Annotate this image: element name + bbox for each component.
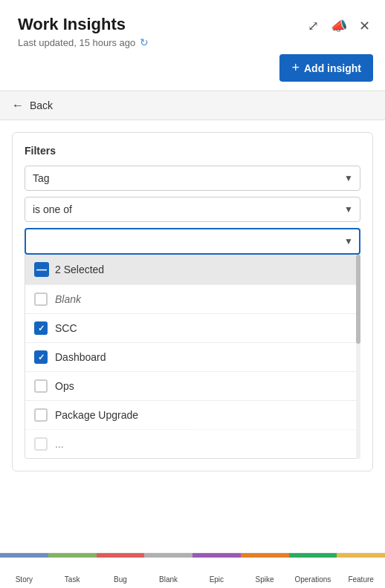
- task-color-bar: [48, 553, 97, 558]
- checkbox-scc: [34, 321, 48, 335]
- checkbox-dashboard: [34, 350, 48, 364]
- add-insight-row: + Add insight: [0, 54, 385, 91]
- tag-bar-item-epic[interactable]: Epic: [192, 553, 241, 588]
- tag-label-task: Task: [65, 575, 80, 584]
- header-actions: ⤢ 📣 ✕: [305, 15, 373, 37]
- item-label-blank: Blank: [55, 293, 81, 305]
- dropdown-list-area: — 2 Selected Blank SCC Dashboard: [25, 255, 360, 459]
- plus-icon: +: [291, 60, 300, 76]
- tag-label-blank: Blank: [159, 575, 178, 584]
- deselect-icon: —: [34, 262, 49, 277]
- tag-label-bug: Bug: [114, 575, 127, 584]
- add-insight-label: Add insight: [304, 62, 361, 74]
- tag-bar-item-blank[interactable]: Blank: [144, 553, 192, 588]
- selected-count-label: 2 Selected: [55, 264, 104, 275]
- checkbox-ops: [34, 379, 48, 393]
- header-title-area: Work Insights Last updated, 15 hours ago…: [18, 15, 149, 48]
- megaphone-icon[interactable]: 📣: [328, 15, 350, 37]
- header: Work Insights Last updated, 15 hours ago…: [0, 0, 385, 54]
- panel: Work Insights Last updated, 15 hours ago…: [0, 0, 385, 588]
- item-label-truncated: ...: [55, 438, 64, 450]
- tag-label-operations: Operations: [294, 575, 331, 584]
- blank-color-bar: [144, 553, 192, 558]
- page-title: Work Insights: [18, 15, 149, 34]
- item-label-package-upgrade: Package Upgrade: [55, 409, 138, 421]
- filters-card: Filters Tag Status Priority Assignee ▼ i…: [12, 132, 373, 471]
- operations-color-bar: [289, 553, 337, 558]
- refresh-icon[interactable]: ↻: [140, 36, 149, 48]
- scrollbar-track: [356, 255, 360, 459]
- tag-label-story: Story: [16, 575, 33, 584]
- list-item[interactable]: Package Upgrade: [25, 400, 360, 429]
- bug-color-bar: [97, 553, 145, 558]
- tag-bar-item-operations[interactable]: Operations: [289, 553, 337, 588]
- tag-dropdown[interactable]: Tag Status Priority Assignee: [25, 166, 360, 191]
- list-item[interactable]: Blank: [25, 284, 360, 313]
- item-label-ops: Ops: [55, 380, 74, 392]
- tag-bar: Story Task Bug Blank Epic Spike Operatio…: [0, 552, 385, 588]
- back-arrow-icon: ←: [12, 99, 24, 112]
- dropdown-list: — 2 Selected Blank SCC Dashboard: [25, 255, 360, 459]
- close-icon[interactable]: ✕: [356, 15, 373, 37]
- search-wrapper: ▼: [25, 228, 360, 255]
- condition-dropdown-wrapper: is one of is not one of is empty is not …: [25, 197, 360, 222]
- tag-label-feature: Feature: [348, 575, 373, 584]
- last-updated-text: Last updated, 15 hours ago: [18, 37, 135, 48]
- add-insight-button[interactable]: + Add insight: [279, 54, 373, 82]
- tag-bar-item-spike[interactable]: Spike: [241, 553, 289, 588]
- tag-bar-item-story[interactable]: Story: [0, 553, 48, 588]
- tag-bar-item-feature[interactable]: Feature: [337, 553, 385, 588]
- list-item[interactable]: Dashboard: [25, 342, 360, 371]
- tag-bar-item-bug[interactable]: Bug: [97, 553, 145, 588]
- checkbox-blank: [34, 293, 48, 306]
- back-bar[interactable]: ← Back: [0, 91, 385, 120]
- story-color-bar: [0, 553, 48, 558]
- tag-bar-item-task[interactable]: Task: [48, 553, 97, 588]
- spike-color-bar: [241, 553, 289, 558]
- tag-label-spike: Spike: [256, 575, 274, 584]
- header-subtitle: Last updated, 15 hours ago ↻: [18, 36, 149, 48]
- tag-label-epic: Epic: [210, 575, 224, 584]
- checkbox-package-upgrade: [34, 408, 48, 422]
- epic-color-bar: [192, 553, 241, 558]
- search-input[interactable]: [25, 228, 360, 255]
- list-item-truncated[interactable]: ...: [25, 429, 360, 458]
- selected-header-item[interactable]: — 2 Selected: [25, 255, 360, 284]
- scrollbar-thumb[interactable]: [356, 255, 360, 344]
- back-label: Back: [30, 99, 53, 111]
- tag-dropdown-wrapper: Tag Status Priority Assignee ▼: [25, 166, 360, 191]
- list-item[interactable]: SCC: [25, 313, 360, 342]
- filters-title: Filters: [25, 145, 360, 157]
- checkbox-truncated: [34, 437, 48, 451]
- feature-color-bar: [337, 553, 385, 558]
- item-label-scc: SCC: [55, 322, 77, 334]
- condition-dropdown[interactable]: is one of is not one of is empty is not …: [25, 197, 360, 222]
- list-item[interactable]: Ops: [25, 371, 360, 400]
- item-label-dashboard: Dashboard: [55, 351, 106, 363]
- expand-icon[interactable]: ⤢: [305, 15, 322, 37]
